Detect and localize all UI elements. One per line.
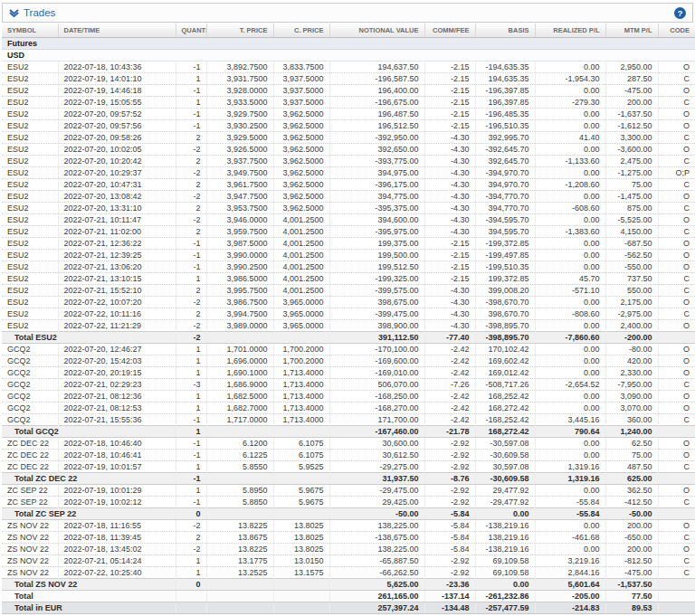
- panel-title[interactable]: Trades: [24, 7, 55, 18]
- cell-t-price: [206, 507, 273, 519]
- cell-mtm-pl: 2,950.00: [605, 61, 658, 72]
- cell-mtm-pl: 77.50: [605, 590, 658, 602]
- cell-mtm-pl: -1,275.00: [605, 166, 658, 178]
- cell-realized-pl: -808.60: [535, 308, 605, 319]
- cell-basis: -29,477.92: [475, 496, 535, 507]
- cell-notional-value: -199,325.00: [329, 272, 424, 284]
- cell-mtm-pl: 737.50: [605, 272, 658, 284]
- cell-code: C: [658, 496, 695, 507]
- cell-symbol: ESU2: [2, 261, 58, 272]
- cell-comm-fee: -2.15: [424, 119, 475, 131]
- cell-c-price: 4,001.2500: [273, 261, 329, 272]
- cell-symbol: ESU2: [2, 166, 58, 178]
- section-label: Futures: [2, 37, 695, 49]
- cell-t-price: 3,994.7500: [206, 308, 273, 319]
- cell-realized-pl: -571.10: [535, 284, 605, 296]
- cell-realized-pl: -7,860.60: [535, 331, 605, 343]
- cell-c-price: 6.1075: [273, 437, 329, 449]
- cell-code: [658, 602, 695, 613]
- subtotal-row: Total ZC SEP 220-50.00-5.840.00-55.84-50…: [2, 507, 695, 519]
- trade-row: ZS NOV 222022-07-18, 11:16:55-213.822513…: [2, 519, 695, 531]
- cell-mtm-pl: -475.00: [605, 84, 658, 96]
- cell-quantity: -1: [176, 472, 206, 484]
- cell-comm-fee: -4.30: [424, 190, 475, 202]
- cell-code: O: [658, 449, 695, 460]
- trades-panel-header[interactable]: Trades ?: [2, 3, 693, 23]
- cell-mtm-pl: 2,175.00: [605, 296, 658, 308]
- trade-row: ESU22022-07-22, 10:07:20-23,986.75003,96…: [2, 296, 695, 308]
- cell-t-price: 13.8225: [206, 519, 273, 531]
- cell-notional-value: 196,487.50: [329, 108, 424, 119]
- trades-table: SYMBOLDATE/TIMEQUANTITYT. PRICEC. PRICEN…: [2, 24, 695, 614]
- cell-comm-fee: -7.26: [424, 378, 475, 390]
- cell-c-price: [273, 331, 329, 343]
- cell-quantity: -1: [176, 249, 206, 261]
- cell-quantity: -2: [176, 543, 206, 554]
- cell-quantity: -1: [176, 437, 206, 449]
- chevron-down-icon[interactable]: [9, 9, 19, 17]
- cell-t-price: 3,933.5000: [206, 96, 273, 108]
- cell-quantity: 2: [176, 178, 206, 190]
- currency-label: USD: [2, 49, 695, 61]
- cell-realized-pl: 0.00: [535, 237, 605, 249]
- cell-symbol: ZC DEC 22: [2, 460, 58, 472]
- subtotal-row: Total ZS NOV 2205,625.00-23.360.005,601.…: [2, 578, 695, 590]
- cell-t-price: 1,696.0000: [206, 355, 273, 366]
- cell-c-price: 1,713.4000: [273, 413, 329, 425]
- cell-c-price: 3,962.5000: [273, 166, 329, 178]
- cell-datetime: 2022-07-20, 10:47:31: [58, 178, 176, 190]
- cell-quantity: -2: [176, 519, 206, 531]
- trade-row: ESU22022-07-22, 11:21:29-23,989.00003,96…: [2, 319, 695, 331]
- cell-datetime: 2022-07-18, 10:46:40: [58, 437, 176, 449]
- cell-datetime: 2022-07-22, 10:11:16: [58, 308, 176, 319]
- cell-mtm-pl: -3,600.00: [605, 143, 658, 155]
- cell-notional-value: -395,975.00: [329, 225, 424, 237]
- cell-c-price: 5.9675: [273, 496, 329, 507]
- cell-c-price: 3,965.0000: [273, 296, 329, 308]
- cell-code: O: [658, 366, 695, 378]
- trade-row: ESU22022-07-19, 14:01:1013,931.75003,937…: [2, 72, 695, 84]
- cell-mtm-pl: -50.00: [605, 507, 658, 519]
- column-header-symbol: SYMBOL: [2, 24, 58, 37]
- cell-realized-pl: -205.00: [535, 590, 605, 602]
- cell-comm-fee: -2.42: [424, 366, 475, 378]
- cell-datetime: 2022-07-21, 15:55:36: [58, 413, 176, 425]
- cell-t-price: [206, 578, 273, 590]
- cell-basis: -30,609.58: [475, 472, 535, 484]
- cell-c-price: 3,962.5000: [273, 143, 329, 155]
- cell-quantity: -1: [176, 261, 206, 272]
- cell-realized-pl: 5,601.64: [535, 578, 605, 590]
- cell-t-price: 3,961.7500: [206, 178, 273, 190]
- cell-realized-pl: -1,133.60: [535, 155, 605, 166]
- cell-mtm-pl: 89.53: [605, 602, 658, 613]
- cell-datetime: 2022-07-19, 14:46:18: [58, 84, 176, 96]
- cell-comm-fee: -2.15: [424, 249, 475, 261]
- cell-comm-fee: -4.30: [424, 202, 475, 213]
- help-icon[interactable]: ?: [674, 7, 686, 19]
- cell-symbol: ZS NOV 22: [2, 519, 58, 531]
- cell-realized-pl: 0.00: [535, 143, 605, 155]
- cell-t-price: 3,986.7500: [206, 296, 273, 308]
- cell-t-price: 5.8950: [206, 484, 273, 496]
- cell-c-price: 3,962.5000: [273, 108, 329, 119]
- cell-basis: 399,008.20: [475, 284, 535, 296]
- cell-quantity: 1: [176, 72, 206, 84]
- cell-notional-value: 196,400.00: [329, 84, 424, 96]
- cell-comm-fee: -4.30: [424, 296, 475, 308]
- total-in-eur-row: Total in EUR257,397.24-134.48-257,477.59…: [2, 602, 695, 613]
- cell-basis: -168,252.42: [475, 413, 535, 425]
- cell-comm-fee: -4.30: [424, 308, 475, 319]
- cell-quantity: [176, 602, 206, 613]
- cell-realized-pl: -1,954.30: [535, 72, 605, 84]
- cell-mtm-pl: -1,475.00: [605, 190, 658, 202]
- trade-row: ESU22022-07-20, 10:29:37-23,949.75003,96…: [2, 166, 695, 178]
- cell-comm-fee: -4.30: [424, 284, 475, 296]
- trade-row: ZS NOV 222022-07-18, 11:39:45213.867513.…: [2, 531, 695, 543]
- cell-t-price: 13.8225: [206, 543, 273, 554]
- cell-comm-fee: -5.84: [424, 519, 475, 531]
- cell-mtm-pl: -412.50: [605, 496, 658, 507]
- cell-datetime: 2022-07-21, 02:29:23: [58, 378, 176, 390]
- cell-realized-pl: -214.83: [535, 602, 605, 613]
- cell-code: C: [658, 460, 695, 472]
- cell-realized-pl: 0.00: [535, 166, 605, 178]
